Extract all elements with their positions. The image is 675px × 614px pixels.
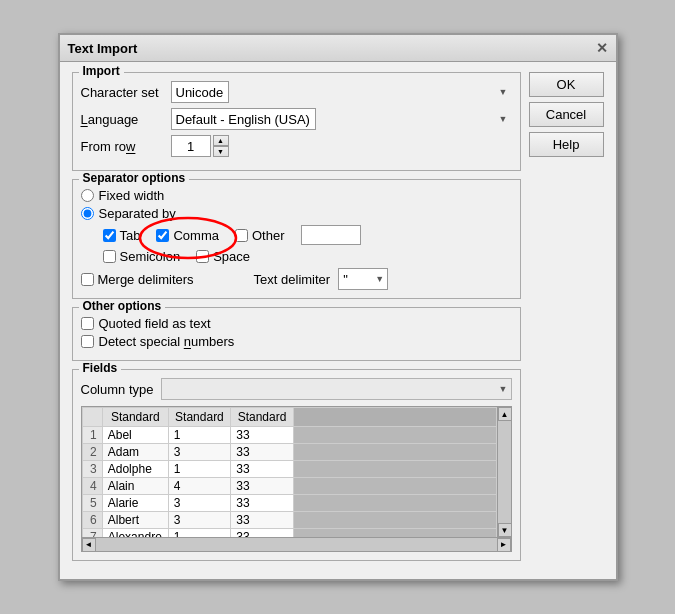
- row-col3: 33: [231, 461, 294, 478]
- comma-checkbox[interactable]: [156, 229, 169, 242]
- detect-checkbox[interactable]: [81, 335, 94, 348]
- spinner-down[interactable]: ▼: [213, 146, 229, 157]
- other-checkbox[interactable]: [235, 229, 248, 242]
- row-col2: 1: [168, 529, 231, 538]
- row-empty: [293, 461, 496, 478]
- character-set-select-wrapper: Unicode: [171, 81, 512, 103]
- table-row: 3 Adolphe 1 33: [82, 461, 496, 478]
- row-col3: 33: [231, 427, 294, 444]
- merge-option: Merge delimiters: [81, 272, 194, 287]
- table-row: 6 Albert 3 33: [82, 512, 496, 529]
- col3-header: Standard: [231, 408, 294, 427]
- space-checkbox[interactable]: [196, 250, 209, 263]
- separator-options-group: Separator options Fixed width Separated …: [72, 179, 521, 299]
- close-button[interactable]: ✕: [596, 40, 608, 56]
- row-num: 5: [82, 495, 102, 512]
- spinner-up[interactable]: ▲: [213, 135, 229, 146]
- row-col3: 33: [231, 495, 294, 512]
- from-row-input[interactable]: [171, 135, 211, 157]
- detect-special-label: Detect special numbers: [99, 334, 235, 349]
- column-type-label: Column type: [81, 382, 154, 397]
- tab-label: Tab: [120, 228, 141, 243]
- other-options-label: Other options: [79, 299, 166, 313]
- fields-group-label: Fields: [79, 361, 122, 375]
- other-option: Other: [235, 228, 285, 243]
- row-empty: [293, 444, 496, 461]
- ok-button[interactable]: OK: [529, 72, 604, 97]
- side-buttons: OK Cancel Help: [529, 72, 604, 569]
- row-num: 6: [82, 512, 102, 529]
- data-table: Standard Standard Standard 1 Abel 1: [82, 407, 497, 537]
- detect-special-row: Detect special numbers: [81, 334, 512, 349]
- dialog-title: Text Import: [68, 41, 138, 56]
- text-delimiter-label: Text delimiter: [254, 272, 331, 287]
- row-col2: 1: [168, 427, 231, 444]
- row-col2: 3: [168, 444, 231, 461]
- from-row-label: From row: [81, 139, 171, 154]
- separator-group-label: Separator options: [79, 171, 190, 185]
- from-row-spinner: ▲ ▼: [171, 135, 229, 157]
- language-select-wrapper: Default - English (USA): [171, 108, 512, 130]
- scroll-down-btn[interactable]: ▼: [498, 523, 512, 537]
- comma-label: Comma: [173, 228, 219, 243]
- row-empty: [293, 512, 496, 529]
- horizontal-scrollbar[interactable]: ◄ ►: [82, 537, 511, 551]
- row-col1: Alarie: [102, 495, 168, 512]
- table-row: 1 Abel 1 33: [82, 427, 496, 444]
- row-num-header: [82, 408, 102, 427]
- semicolon-option: Semicolon: [103, 249, 181, 264]
- row-col2: 4: [168, 478, 231, 495]
- cancel-button[interactable]: Cancel: [529, 102, 604, 127]
- row-col2: 3: [168, 512, 231, 529]
- fixed-width-label: Fixed width: [99, 188, 165, 203]
- row-num: 1: [82, 427, 102, 444]
- merge-label: Merge delimiters: [98, 272, 194, 287]
- semicolon-checkbox[interactable]: [103, 250, 116, 263]
- scroll-track-vertical: [498, 421, 511, 523]
- column-type-select[interactable]: [161, 378, 511, 400]
- other-label: Other: [252, 228, 285, 243]
- quoted-field-label: Quoted field as text: [99, 316, 211, 331]
- row-num: 4: [82, 478, 102, 495]
- separated-by-label: Separated by: [99, 206, 176, 221]
- main-content: Import Character set Unicode LLanguagean…: [72, 72, 521, 569]
- quoted-checkbox[interactable]: [81, 317, 94, 330]
- row-num: 7: [82, 529, 102, 538]
- language-select[interactable]: Default - English (USA): [171, 108, 316, 130]
- character-set-select[interactable]: Unicode: [171, 81, 229, 103]
- semicolon-label: Semicolon: [120, 249, 181, 264]
- quoted-field-row: Quoted field as text: [81, 316, 512, 331]
- row-col2: 1: [168, 461, 231, 478]
- column-type-row: Column type: [81, 378, 512, 400]
- language-label: LLanguageanguage: [81, 112, 171, 127]
- tab-checkbox[interactable]: [103, 229, 116, 242]
- fixed-width-radio[interactable]: [81, 189, 94, 202]
- scroll-right-btn[interactable]: ►: [497, 538, 511, 552]
- other-text-input[interactable]: [301, 225, 361, 245]
- row-empty: [293, 495, 496, 512]
- row-col3: 33: [231, 529, 294, 538]
- row-col1: Alain: [102, 478, 168, 495]
- col2-header: Standard: [168, 408, 231, 427]
- import-group-label: Import: [79, 64, 124, 78]
- empty-header: [293, 408, 496, 427]
- merge-checkbox[interactable]: [81, 273, 94, 286]
- scroll-left-btn[interactable]: ◄: [82, 538, 96, 552]
- col1-header: Standard: [102, 408, 168, 427]
- space-option: Space: [196, 249, 250, 264]
- table-row: 7 Alexandre 1 33: [82, 529, 496, 538]
- scroll-up-btn[interactable]: ▲: [498, 407, 512, 421]
- text-import-dialog: Text Import ✕ Import Character set Unico…: [58, 33, 618, 581]
- row-col2: 3: [168, 495, 231, 512]
- title-bar: Text Import ✕: [60, 35, 616, 62]
- row-col1: Adolphe: [102, 461, 168, 478]
- row-col3: 33: [231, 444, 294, 461]
- table-row: 2 Adam 3 33: [82, 444, 496, 461]
- row-col1: Adam: [102, 444, 168, 461]
- character-set-label: Character set: [81, 85, 171, 100]
- vertical-scrollbar[interactable]: ▲ ▼: [497, 407, 511, 537]
- data-table-scroll[interactable]: Standard Standard Standard 1 Abel 1: [82, 407, 497, 537]
- text-delimiter-select[interactable]: ": [338, 268, 388, 290]
- help-button[interactable]: Help: [529, 132, 604, 157]
- separated-by-radio[interactable]: [81, 207, 94, 220]
